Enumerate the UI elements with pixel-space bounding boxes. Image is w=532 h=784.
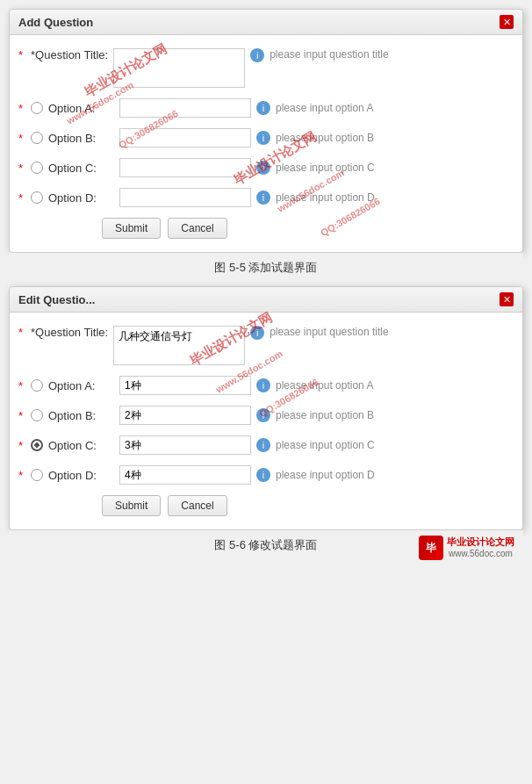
edit-question-dialog: Edit Questio... ✕ * *Question Title: 几种交… — [9, 286, 523, 530]
caption-1: 图 5-5 添加试题界面 — [9, 253, 523, 286]
required-star-c: * — [18, 162, 25, 175]
edit-radio-b[interactable] — [31, 409, 43, 421]
add-question-title: Add Question — [18, 16, 93, 29]
edit-question-title: Edit Questio... — [18, 293, 95, 306]
edit-question-title-label: *Question Title: — [31, 326, 108, 339]
edit-hint-text-title: please input question title — [270, 326, 388, 338]
hint-text-b: please input option B — [276, 132, 374, 144]
edit-question-title-input[interactable]: 几种交通信号灯 — [113, 326, 245, 365]
edit-hint-icon-d: i — [256, 468, 270, 482]
edit-hint-icon-b: i — [256, 408, 270, 422]
required-star-d: * — [18, 191, 25, 205]
edit-option-a-label: Option A: — [48, 379, 114, 392]
edit-option-c-row: * Option C: i please input option C — [18, 435, 505, 455]
option-d-label: Option D: — [48, 191, 114, 205]
option-c-label: Option C: — [48, 162, 114, 175]
hint-icon-title: i — [250, 48, 264, 62]
edit-radio-a[interactable] — [31, 379, 43, 392]
edit-question-submit-button[interactable]: Submit — [102, 495, 161, 516]
edit-required-star-d: * — [18, 469, 25, 482]
question-title-input[interactable] — [113, 48, 245, 88]
edit-radio-d[interactable] — [31, 469, 43, 481]
hint-text-title: please input question title — [270, 48, 388, 61]
required-star-b: * — [18, 132, 25, 145]
option-b-input[interactable] — [119, 128, 251, 147]
edit-option-b-input[interactable] — [119, 406, 251, 425]
logo-text-block: 毕业设计论文网 www.56doc.com — [447, 536, 514, 558]
edit-option-d-row: * Option D: i please input option D — [18, 465, 505, 485]
edit-question-header: Edit Questio... ✕ — [10, 287, 522, 313]
add-question-close-button[interactable]: ✕ — [500, 15, 514, 29]
option-a-input[interactable] — [119, 98, 251, 118]
option-a-row: * Option A: i please input option A — [18, 98, 505, 118]
logo-text-line1: 毕业设计论文网 — [447, 536, 514, 548]
edit-question-cancel-button[interactable]: Cancel — [168, 495, 226, 516]
add-question-dialog: Add Question ✕ * *Question Title: i plea… — [9, 9, 523, 253]
edit-hint-icon-title: i — [250, 326, 264, 340]
caption-2-text: 图 5-6 修改试题界面 — [214, 538, 317, 551]
caption-2: 图 5-6 修改试题界面 毕 毕业设计论文网 www.56doc.com — [9, 530, 523, 564]
edit-option-c-input[interactable] — [119, 435, 251, 455]
option-d-row: * Option D: i please input option D — [18, 188, 505, 207]
edit-required-star-a: * — [18, 379, 25, 392]
edit-hint-icon-c: i — [256, 438, 270, 452]
radio-d[interactable] — [31, 191, 43, 204]
edit-required-star-b: * — [18, 409, 25, 422]
option-b-label: Option B: — [48, 132, 114, 145]
edit-question-body: * *Question Title: 几种交通信号灯 i please inpu… — [10, 313, 522, 529]
hint-text-c: please input option C — [276, 162, 375, 174]
question-title-label: *Question Title: — [31, 48, 108, 61]
edit-hint-text-c: please input option C — [276, 439, 375, 451]
add-question-submit-button[interactable]: Submit — [102, 218, 161, 239]
add-question-cancel-button[interactable]: Cancel — [168, 218, 226, 239]
edit-hint-text-a: please input option A — [276, 379, 373, 392]
option-c-input[interactable] — [119, 158, 251, 177]
add-question-body: * *Question Title: i please input questi… — [10, 35, 522, 252]
radio-a[interactable] — [31, 102, 43, 114]
radio-b[interactable] — [31, 132, 43, 144]
edit-required-star-title: * — [18, 326, 25, 339]
hint-text-d: please input option D — [276, 191, 375, 204]
edit-option-b-label: Option B: — [48, 409, 114, 422]
edit-question-close-button[interactable]: ✕ — [500, 292, 514, 306]
hint-icon-b: i — [256, 131, 270, 145]
add-question-header: Add Question ✕ — [10, 10, 522, 35]
caption-1-text: 图 5-5 添加试题界面 — [214, 261, 317, 274]
option-a-label: Option A: — [48, 102, 114, 115]
hint-text-a: please input option A — [276, 102, 373, 114]
edit-option-a-row: * Option A: i please input option A — [18, 376, 505, 395]
edit-question-title-row: * *Question Title: 几种交通信号灯 i please inpu… — [18, 326, 505, 365]
required-star-a: * — [18, 102, 25, 115]
question-title-row: * *Question Title: i please input questi… — [18, 48, 505, 88]
hint-icon-a: i — [256, 101, 270, 115]
page-container: Add Question ✕ * *Question Title: i plea… — [0, 0, 532, 572]
edit-option-a-input[interactable] — [119, 376, 251, 395]
edit-hint-icon-a: i — [256, 378, 270, 392]
edit-radio-c[interactable] — [31, 439, 43, 451]
edit-option-d-label: Option D: — [48, 469, 114, 482]
logo-icon: 毕 — [419, 536, 443, 560]
edit-hint-text-b: please input option B — [276, 409, 374, 421]
edit-question-btn-row: Submit Cancel — [102, 495, 505, 516]
edit-required-star-c: * — [18, 439, 25, 452]
required-star-title: * — [18, 48, 25, 61]
option-d-input[interactable] — [119, 188, 251, 207]
edit-option-b-row: * Option B: i please input option B — [18, 406, 505, 425]
hint-icon-d: i — [256, 191, 270, 205]
logo-text-line2: www.56doc.com — [447, 549, 514, 559]
add-question-btn-row: Submit Cancel — [102, 218, 505, 239]
edit-hint-text-d: please input option D — [276, 469, 375, 481]
edit-option-d-input[interactable] — [119, 465, 251, 485]
radio-c[interactable] — [31, 162, 43, 174]
option-b-row: * Option B: i please input option B — [18, 128, 505, 147]
option-c-row: * Option C: i please input option C — [18, 158, 505, 177]
hint-icon-c: i — [256, 161, 270, 175]
edit-option-c-label: Option C: — [48, 439, 114, 452]
bottom-logo-area: 毕 毕业设计论文网 www.56doc.com — [419, 536, 514, 560]
